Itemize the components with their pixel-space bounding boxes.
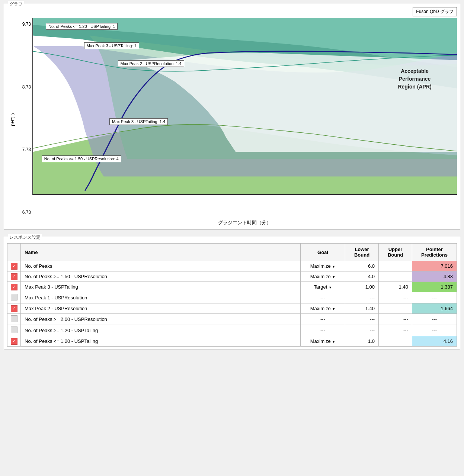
row-goal[interactable]: Maximize ▼ bbox=[301, 303, 345, 314]
chart-area: pH（°） 9.73 8.73 7.73 6.73 bbox=[7, 18, 457, 226]
row-name: No. of Peaks >= 2.00 - USPResolution bbox=[21, 314, 301, 325]
response-section-title: レスポンス設定 bbox=[8, 234, 42, 241]
apr-label: AcceptablePerformanceRegion (APR) bbox=[398, 67, 431, 91]
checkbox-unchecked-icon[interactable] bbox=[11, 327, 17, 333]
chart-plot: No. of Peaks <= 1.20 - USPTailing: 1 Max… bbox=[32, 18, 457, 195]
checkbox-cell[interactable]: ✓ bbox=[7, 282, 21, 292]
row-name: No. of Peaks >= 1.20 - USPTailing bbox=[21, 325, 301, 336]
response-table-wrapper: Name Goal LowerBound UpperBound PointerP… bbox=[7, 243, 457, 347]
y-tick-2: 8.73 bbox=[18, 84, 31, 90]
checkbox-checked-icon[interactable]: ✓ bbox=[11, 338, 17, 345]
checkbox-checked-icon[interactable]: ✓ bbox=[11, 305, 17, 312]
checkbox-cell[interactable]: ✓ bbox=[7, 336, 21, 347]
annotation-peak2-res: Max Peak 2 - USPResolution: 1.4 bbox=[118, 60, 184, 67]
main-container: グラフ Fuson QbD グラフ pH（°） 9.73 8.73 7.73 6… bbox=[0, 0, 464, 354]
table-row: ✓No. of Peaks <= 1.20 - USPTailingMaximi… bbox=[7, 336, 457, 347]
response-table-body: ✓No. of PeaksMaximize ▼6.07.016✓No. of P… bbox=[7, 261, 457, 347]
row-prediction: --- bbox=[412, 292, 457, 303]
row-goal[interactable]: Maximize ▼ bbox=[301, 271, 345, 282]
row-lower-bound: --- bbox=[345, 314, 379, 325]
row-upper-bound bbox=[379, 303, 412, 314]
response-table: Name Goal LowerBound UpperBound PointerP… bbox=[7, 243, 457, 347]
col-name: Name bbox=[21, 244, 301, 261]
row-name: No. of Peaks <= 1.20 - USPTailing bbox=[21, 336, 301, 347]
annotation-peaks-150: No. of Peaks >= 1.50 - USPResolution: 4 bbox=[42, 155, 121, 162]
graph-section: グラフ Fuson QbD グラフ pH（°） 9.73 8.73 7.73 6… bbox=[4, 4, 460, 229]
row-upper-bound: --- bbox=[379, 325, 412, 336]
checkbox-cell[interactable] bbox=[7, 314, 21, 325]
row-lower-bound: --- bbox=[345, 325, 379, 336]
row-prediction: --- bbox=[412, 325, 457, 336]
table-row: ✓Max Peak 3 - USPTailingTarget ▼1.001.40… bbox=[7, 282, 457, 292]
checkbox-checked-icon[interactable]: ✓ bbox=[11, 263, 17, 270]
row-lower-bound: 1.0 bbox=[345, 336, 379, 347]
response-section: レスポンス設定 Name Goal LowerBound UpperBound … bbox=[4, 237, 460, 350]
row-lower-bound: 4.0 bbox=[345, 271, 379, 282]
row-prediction: 4.83 bbox=[412, 271, 457, 282]
row-name: Max Peak 3 - USPTailing bbox=[21, 282, 301, 292]
table-row: No. of Peaks >= 2.00 - USPResolution----… bbox=[7, 314, 457, 325]
row-upper-bound: --- bbox=[379, 314, 412, 325]
checkbox-cell[interactable] bbox=[7, 325, 21, 336]
col-checkbox bbox=[7, 244, 21, 261]
y-tick-4: 6.73 bbox=[18, 210, 31, 215]
checkbox-unchecked-icon[interactable] bbox=[11, 315, 17, 322]
table-row: No. of Peaks >= 1.20 - USPTailing-------… bbox=[7, 325, 457, 336]
annotation-peak3-1: Max Peak 3 - USPTailing: 1 bbox=[84, 42, 139, 49]
checkbox-checked-icon[interactable]: ✓ bbox=[11, 284, 17, 290]
table-row: Max Peak 1 - USPResolution------------ bbox=[7, 292, 457, 303]
row-prediction: 1.664 bbox=[412, 303, 457, 314]
table-row: ✓No. of Peaks >= 1.50 - USPResolutionMax… bbox=[7, 271, 457, 282]
col-lower-bound: LowerBound bbox=[345, 244, 379, 261]
row-upper-bound bbox=[379, 261, 412, 271]
checkbox-cell[interactable]: ✓ bbox=[7, 271, 21, 282]
table-row: ✓No. of PeaksMaximize ▼6.07.016 bbox=[7, 261, 457, 271]
col-upper-bound: UpperBound bbox=[379, 244, 412, 261]
table-row: ✓Max Peak 2 - USPResolutionMaximize ▼1.4… bbox=[7, 303, 457, 314]
row-upper-bound bbox=[379, 336, 412, 347]
row-goal: --- bbox=[301, 292, 345, 303]
row-upper-bound: 1.40 bbox=[379, 282, 412, 292]
graph-section-title: グラフ bbox=[8, 1, 24, 7]
row-lower-bound: 1.40 bbox=[345, 303, 379, 314]
y-tick-1: 9.73 bbox=[18, 22, 31, 27]
row-lower-bound: 1.00 bbox=[345, 282, 379, 292]
row-goal[interactable]: Maximize ▼ bbox=[301, 336, 345, 347]
row-upper-bound bbox=[379, 271, 412, 282]
y-tick-3: 7.73 bbox=[18, 147, 31, 152]
row-name: Max Peak 2 - USPResolution bbox=[21, 303, 301, 314]
row-name: No. of Peaks bbox=[21, 261, 301, 271]
row-upper-bound: --- bbox=[379, 292, 412, 303]
x-axis-label: グラジエント時間（分） bbox=[32, 219, 457, 226]
row-prediction: 4.16 bbox=[412, 336, 457, 347]
checkbox-cell[interactable] bbox=[7, 292, 21, 303]
annotation-peaks-1: No. of Peaks <= 1.20 - USPTailing: 1 bbox=[46, 23, 118, 30]
row-name: Max Peak 1 - USPResolution bbox=[21, 292, 301, 303]
row-name: No. of Peaks >= 1.50 - USPResolution bbox=[21, 271, 301, 282]
graph-header: Fuson QbD グラフ bbox=[7, 7, 457, 16]
checkbox-unchecked-icon[interactable] bbox=[11, 294, 17, 300]
y-axis-label: pH（°） bbox=[7, 18, 18, 226]
y-axis-ticks: 9.73 8.73 7.73 6.73 bbox=[18, 18, 32, 226]
checkbox-checked-icon[interactable]: ✓ bbox=[11, 273, 17, 280]
table-header-row: Name Goal LowerBound UpperBound PointerP… bbox=[7, 244, 457, 261]
row-prediction: 7.016 bbox=[412, 261, 457, 271]
row-goal[interactable]: Maximize ▼ bbox=[301, 261, 345, 271]
row-prediction: --- bbox=[412, 314, 457, 325]
row-lower-bound: 6.0 bbox=[345, 261, 379, 271]
col-pointer-predictions: PointerPredictions bbox=[412, 244, 457, 261]
row-goal: --- bbox=[301, 314, 345, 325]
row-lower-bound: --- bbox=[345, 292, 379, 303]
checkbox-cell[interactable]: ✓ bbox=[7, 303, 21, 314]
row-goal[interactable]: Target ▼ bbox=[301, 282, 345, 292]
fuson-label: Fuson QbD グラフ bbox=[413, 7, 457, 16]
row-goal: --- bbox=[301, 325, 345, 336]
col-goal: Goal bbox=[301, 244, 345, 261]
annotation-peak3-14: Max Peak 3 - USPTailing: 1.4 bbox=[109, 118, 168, 125]
checkbox-cell[interactable]: ✓ bbox=[7, 261, 21, 271]
row-prediction: 1.387 bbox=[412, 282, 457, 292]
